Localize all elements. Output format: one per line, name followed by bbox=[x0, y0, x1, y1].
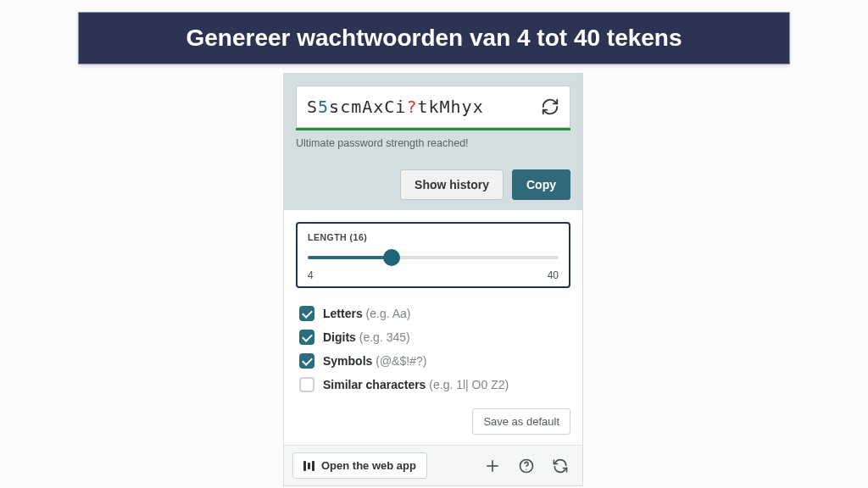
action-row: Show history Copy bbox=[296, 169, 570, 200]
save-default-button[interactable]: Save as default bbox=[472, 408, 570, 435]
option-label: Letters (e.g. Aa) bbox=[323, 307, 411, 320]
headline-text: Genereer wachtwoorden van 4 tot 40 teken… bbox=[186, 25, 682, 52]
slider-range: 4 40 bbox=[308, 269, 559, 281]
checkbox-similar[interactable] bbox=[299, 377, 314, 392]
strength-text: Ultimate password strength reached! bbox=[296, 137, 570, 149]
open-web-app-button[interactable]: Open the web app bbox=[292, 452, 427, 479]
option-label: Digits (e.g. 345) bbox=[323, 330, 410, 344]
checkbox-letters[interactable] bbox=[299, 306, 314, 321]
option-digits[interactable]: Digits (e.g. 345) bbox=[299, 325, 567, 349]
options-list: Letters (e.g. Aa)Digits (e.g. 345)Symbol… bbox=[284, 297, 582, 405]
slider-max: 40 bbox=[548, 269, 559, 281]
checkbox-digits[interactable] bbox=[299, 330, 314, 345]
copy-button[interactable]: Copy bbox=[512, 169, 570, 200]
password-area: S5scmAxCi?tkMhyx Ultimate password stren… bbox=[284, 74, 582, 210]
length-label: LENGTH (16) bbox=[308, 232, 559, 242]
help-icon[interactable] bbox=[513, 452, 540, 480]
footer-bar: Open the web app bbox=[284, 445, 582, 485]
svg-point-3 bbox=[526, 469, 526, 469]
regenerate-icon[interactable] bbox=[541, 97, 559, 116]
password-value: S5scmAxCi?tkMhyx bbox=[307, 97, 541, 117]
option-symbols[interactable]: Symbols (@&$!#?) bbox=[299, 349, 567, 373]
logo-icon bbox=[303, 461, 314, 471]
slider-thumb[interactable] bbox=[383, 249, 400, 266]
password-field: S5scmAxCi?tkMhyx bbox=[296, 86, 570, 128]
option-letters[interactable]: Letters (e.g. Aa) bbox=[299, 302, 567, 325]
slider-min: 4 bbox=[308, 269, 314, 281]
checkbox-symbols[interactable] bbox=[299, 353, 314, 369]
strength-bar bbox=[296, 128, 570, 130]
show-history-button[interactable]: Show history bbox=[400, 169, 504, 200]
generator-panel: S5scmAxCi?tkMhyx Ultimate password stren… bbox=[283, 73, 583, 486]
option-similar[interactable]: Similar characters (e.g. 1l| O0 Z2) bbox=[299, 373, 567, 396]
sync-icon[interactable] bbox=[547, 452, 574, 480]
option-label: Symbols (@&$!#?) bbox=[323, 354, 426, 368]
length-slider[interactable] bbox=[308, 247, 559, 268]
option-label: Similar characters (e.g. 1l| O0 Z2) bbox=[323, 378, 509, 391]
headline-banner: Genereer wachtwoorden van 4 tot 40 teken… bbox=[78, 12, 790, 64]
length-box: LENGTH (16) 4 40 bbox=[296, 222, 570, 288]
open-web-app-label: Open the web app bbox=[321, 459, 416, 472]
add-icon[interactable] bbox=[479, 452, 506, 480]
